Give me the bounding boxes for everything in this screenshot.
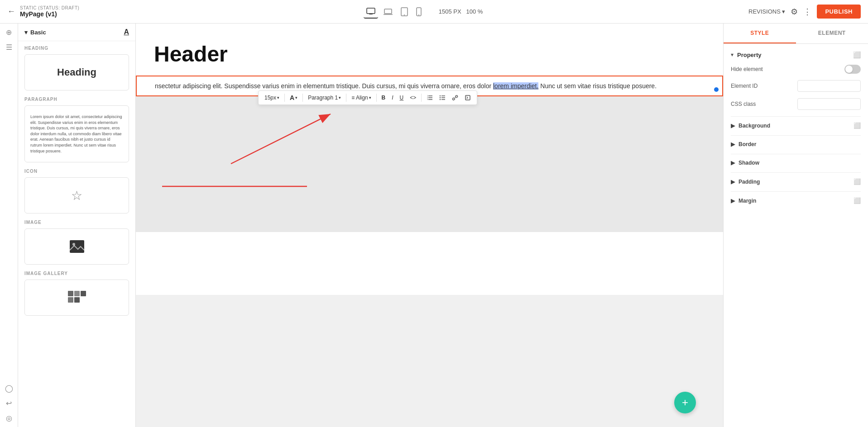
- paragraph-style-selector[interactable]: Paragraph 1 ▾: [306, 93, 343, 102]
- shadow-section-header[interactable]: ▶ Shadow: [731, 154, 861, 171]
- shadow-title: ▶ Shadow: [731, 160, 759, 166]
- element-id-input[interactable]: [797, 80, 861, 92]
- more-options-button[interactable]: ⋮: [803, 7, 811, 17]
- svg-text:3: 3: [427, 98, 428, 100]
- sidebar-category-image: IMAGE: [24, 220, 129, 265]
- svg-rect-15: [74, 297, 80, 303]
- topbar-left: ← STATIC (STATUS: DRAFT) MyPage (v1): [7, 5, 98, 18]
- image-widget[interactable]: [24, 228, 129, 265]
- background-title: ▶ Background: [731, 123, 770, 129]
- settings-panel-icon[interactable]: ◎: [6, 414, 12, 422]
- draft-status-label: STATIC (STATUS: DRAFT): [20, 5, 79, 10]
- sidebar-category-paragraph: PARAGRAPH Lorem ipsum dolor sit amet, co…: [24, 97, 129, 162]
- back-button[interactable]: ←: [7, 7, 15, 16]
- toolbar-sep-5: [421, 94, 422, 102]
- device-tablet-button[interactable]: [398, 5, 411, 19]
- editor-toolbar: 15px ▾ A ▾ Paragraph 1 ▾ ≡ Align ▾ B I U…: [258, 90, 477, 105]
- svg-point-22: [440, 95, 441, 96]
- border-section-header[interactable]: ▶ Border: [731, 135, 861, 153]
- toggle-knob: [845, 66, 853, 73]
- device-laptop-button[interactable]: [381, 5, 395, 18]
- heading-widget[interactable]: Heading: [24, 54, 129, 90]
- canvas-paragraph: nsectetur adipiscing elit. Suspendisse v…: [155, 81, 704, 91]
- paragraph-category-label: PARAGRAPH: [24, 97, 129, 102]
- toolbar-sep-2: [302, 94, 303, 102]
- background-window-icon[interactable]: ⬜: [854, 122, 861, 129]
- font-size-chevron: ▾: [277, 95, 279, 100]
- sidebar-underline-button[interactable]: A: [124, 28, 129, 36]
- code-button[interactable]: <>: [408, 93, 418, 102]
- right-panel: STYLE ELEMENT ▾ Property ⬜ Hide element …: [723, 24, 868, 427]
- css-class-input[interactable]: [797, 98, 861, 110]
- property-window-icon[interactable]: ⬜: [853, 51, 861, 58]
- margin-section-header[interactable]: ▶ Margin ⬜: [731, 191, 861, 209]
- svg-point-10: [72, 243, 75, 246]
- font-size-selector[interactable]: 15px ▾: [262, 93, 282, 102]
- background-section-header[interactable]: ▶ Background ⬜: [731, 116, 861, 134]
- sidebar-category-icon: ICON ☆: [24, 169, 129, 214]
- canvas-header-section: Header: [136, 24, 723, 76]
- device-desktop-button[interactable]: [364, 5, 378, 19]
- padding-section: ▶ Padding ⬜: [731, 172, 861, 190]
- link-button[interactable]: [450, 93, 460, 102]
- bold-button[interactable]: B: [379, 93, 388, 102]
- sidebar-category-image-gallery: IMAGE GALLERY: [24, 271, 129, 316]
- underline-button[interactable]: U: [398, 93, 406, 102]
- align-button[interactable]: ≡ Align ▾: [349, 93, 373, 102]
- publish-button[interactable]: PUBLISH: [817, 5, 861, 19]
- icon-category-label: ICON: [24, 169, 129, 174]
- settings-button[interactable]: ⚙: [791, 7, 798, 17]
- unordered-list-button[interactable]: [437, 93, 448, 102]
- border-expand-icon: ▶: [731, 141, 735, 147]
- margin-title: ▶ Margin: [731, 198, 756, 204]
- paragraph-widget[interactable]: Lorem ipsum dolor sit amet, consectetur …: [24, 105, 129, 162]
- layers-icon[interactable]: ◯: [5, 384, 13, 393]
- history-icon[interactable]: ↩: [6, 399, 12, 408]
- viewport-info: 1505 PX 100 %: [439, 8, 483, 15]
- toolbar-sep-4: [376, 94, 377, 102]
- margin-window-icon[interactable]: ⬜: [854, 197, 861, 204]
- add-element-button[interactable]: +: [674, 392, 696, 413]
- svg-rect-12: [74, 291, 80, 296]
- hide-element-toggle[interactable]: [844, 65, 861, 74]
- image-category-label: IMAGE: [24, 220, 129, 225]
- right-panel-tabs: STYLE ELEMENT: [724, 24, 868, 44]
- paragraph-preview: Lorem ipsum dolor sit amet, consectetur …: [29, 112, 125, 156]
- embed-button[interactable]: [462, 93, 473, 102]
- property-section-header: ▾ Property ⬜: [731, 51, 861, 58]
- element-id-row: Element ID: [731, 80, 861, 92]
- property-collapse-icon[interactable]: ▾: [731, 52, 734, 58]
- sidebar-collapse-arrow: ▾: [24, 29, 28, 36]
- hide-element-row: Hide element: [731, 65, 861, 74]
- heading-category-label: HEADING: [24, 46, 129, 51]
- para-text-before: nsectetur adipiscing elit. Suspendisse v…: [155, 82, 493, 90]
- shadow-expand-icon: ▶: [731, 160, 735, 166]
- device-mobile-button[interactable]: [413, 5, 424, 19]
- sidebar-section-title[interactable]: ▾ Basic: [24, 29, 46, 36]
- font-icon-button[interactable]: A ▾: [288, 93, 300, 103]
- left-sidebar: ▾ Basic A HEADING Heading PARAGRAPH Lore…: [18, 24, 136, 427]
- sidebar-items: HEADING Heading PARAGRAPH Lorem ipsum do…: [18, 41, 135, 427]
- icon-rail: ⊕ ☰ ◯ ↩ ◎: [0, 24, 18, 427]
- add-section-icon[interactable]: ⊕: [6, 28, 12, 37]
- icon-widget[interactable]: ☆: [24, 177, 129, 214]
- para-text-highlighted: lorem imperdiet.: [493, 82, 538, 90]
- italic-button[interactable]: I: [389, 93, 395, 102]
- canvas-inner: Header nsectetur adipiscing elit. Suspen…: [136, 24, 723, 295]
- image-gallery-widget[interactable]: [24, 280, 129, 316]
- property-panel: ▾ Property ⬜ Hide element Element ID CSS…: [724, 44, 868, 427]
- canvas-wrapper: 15px ▾ A ▾ Paragraph 1 ▾ ≡ Align ▾ B I U…: [136, 24, 723, 427]
- padding-window-icon[interactable]: ⬜: [854, 178, 861, 185]
- topbar-right: REVISIONS ▾ ⚙ ⋮ PUBLISH: [748, 5, 861, 19]
- ordered-list-button[interactable]: 123: [424, 93, 435, 102]
- padding-section-header[interactable]: ▶ Padding ⬜: [731, 172, 861, 190]
- main-layout: ⊕ ☰ ◯ ↩ ◎ ▾ Basic A HEADING Heading P: [0, 24, 868, 427]
- tab-style[interactable]: STYLE: [724, 24, 796, 43]
- navigator-icon[interactable]: ☰: [6, 43, 12, 52]
- svg-point-6: [404, 14, 405, 15]
- tab-element[interactable]: ELEMENT: [796, 24, 868, 43]
- toolbar-sep-1: [284, 94, 285, 102]
- topbar-center: 1505 PX 100 %: [103, 5, 743, 19]
- hide-element-label: Hide element: [731, 66, 763, 72]
- revisions-button[interactable]: REVISIONS ▾: [748, 8, 785, 15]
